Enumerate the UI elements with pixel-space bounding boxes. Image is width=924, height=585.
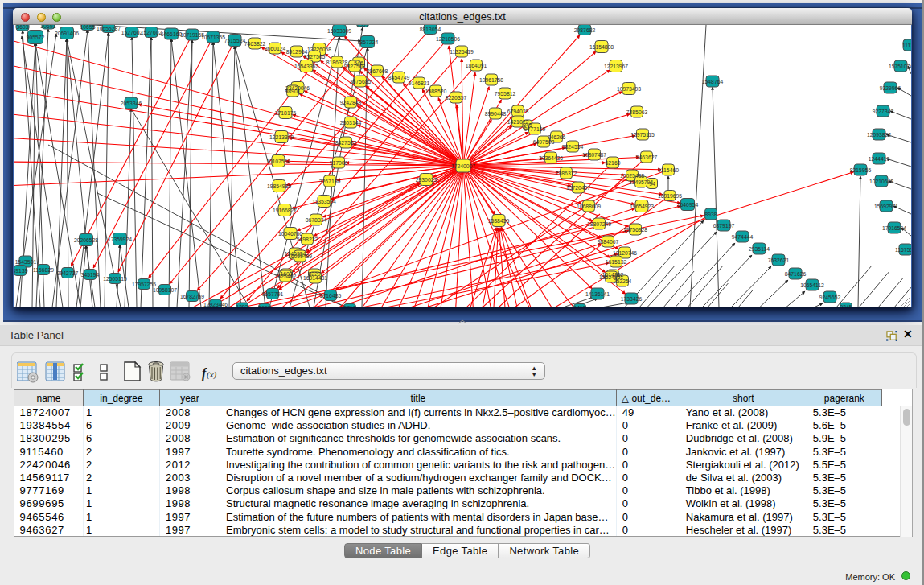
svg-text:12975115: 12975115 — [630, 132, 655, 138]
svg-text:7485063: 7485063 — [626, 109, 648, 115]
svg-text:7463822: 7463822 — [244, 41, 266, 47]
svg-text:12218506: 12218506 — [436, 36, 460, 42]
svg-text:1543501: 1543501 — [15, 259, 37, 265]
svg-text:10120746: 10120746 — [613, 250, 637, 256]
svg-text:1527602: 1527602 — [121, 30, 143, 35]
svg-text:7357: 7357 — [356, 25, 368, 27]
svg-text:11121: 11121 — [902, 43, 911, 48]
svg-text:10961758: 10961758 — [479, 77, 503, 83]
svg-text:16099489: 16099489 — [288, 253, 312, 259]
svg-text:7357224: 7357224 — [357, 39, 379, 45]
svg-text:19654923: 19654923 — [630, 204, 654, 209]
svg-text:252254: 252254 — [614, 278, 632, 284]
svg-text:10655287: 10655287 — [97, 26, 121, 31]
svg-text:12213349: 12213349 — [269, 134, 294, 140]
svg-text:9245: 9245 — [840, 304, 852, 308]
svg-text:15720407: 15720407 — [566, 185, 590, 191]
svg-text:9463627: 9463627 — [636, 154, 658, 160]
svg-text:5716: 5716 — [343, 305, 355, 308]
svg-text:11325419: 11325419 — [450, 49, 474, 55]
svg-text:17359924: 17359924 — [108, 237, 132, 242]
svg-text:16543362: 16543362 — [294, 64, 318, 69]
svg-text:9242848: 9242848 — [340, 100, 362, 105]
svg-text:20691406: 20691406 — [55, 31, 79, 36]
svg-text:2087682: 2087682 — [574, 27, 596, 33]
svg-text:7955812: 7955812 — [495, 91, 516, 97]
svg-text:2803144: 2803144 — [340, 120, 362, 126]
svg-text:3267130: 3267130 — [319, 179, 341, 184]
svg-text:9657: 9657 — [258, 305, 270, 308]
svg-text:2930023: 2930023 — [416, 177, 437, 183]
svg-text:8938: 8938 — [704, 212, 717, 217]
svg-text:11353594: 11353594 — [312, 199, 336, 204]
svg-text:20364436: 20364436 — [539, 155, 563, 161]
svg-text:19756928: 19756928 — [623, 227, 647, 233]
svg-text:9115460: 9115460 — [658, 167, 679, 173]
svg-text:14136141: 14136141 — [585, 291, 610, 297]
svg-text:8990448: 8990448 — [485, 111, 507, 117]
svg-text:9329966: 9329966 — [880, 85, 901, 91]
svg-text:3675685: 3675685 — [350, 79, 372, 84]
svg-text:1864091: 1864091 — [466, 63, 487, 68]
svg-text:10107554: 10107554 — [266, 159, 290, 164]
svg-text:1588520: 1588520 — [425, 89, 447, 94]
svg-text:13226058: 13226058 — [307, 47, 331, 52]
svg-text:8813054: 8813054 — [420, 27, 441, 32]
svg-text:8215955: 8215955 — [850, 167, 872, 173]
svg-text:12093822: 12093822 — [867, 132, 891, 138]
svg-text:9146821: 9146821 — [409, 80, 430, 86]
svg-text:9327508: 9327508 — [344, 64, 366, 69]
svg-text:6879197: 6879197 — [713, 223, 735, 229]
svg-text:17240007: 17240007 — [451, 163, 475, 169]
svg-text:917006: 917006 — [330, 160, 348, 166]
svg-text:5716485: 5716485 — [320, 293, 342, 299]
svg-text:1538455: 1538455 — [488, 218, 510, 224]
svg-text:5498222: 5498222 — [297, 237, 318, 242]
svg-text:6497508: 6497508 — [533, 139, 555, 145]
svg-text:7625402: 7625402 — [275, 274, 297, 279]
svg-text:9474444: 9474444 — [732, 234, 754, 240]
svg-text:1292: 1292 — [236, 304, 248, 308]
svg-text:2718176: 2718176 — [275, 110, 297, 116]
svg-text:19166827: 19166827 — [273, 208, 297, 213]
svg-text:8427552: 8427552 — [335, 140, 357, 146]
svg-text:10973493: 10973493 — [617, 86, 641, 92]
svg-text:9884067: 9884067 — [598, 239, 619, 245]
svg-text:20206528: 20206528 — [74, 237, 98, 243]
svg-text:905572: 905572 — [27, 35, 45, 40]
svg-text:15751074: 15751074 — [889, 64, 911, 69]
svg-text:(x): (x) — [207, 369, 217, 380]
svg-text:1640954: 1640954 — [677, 202, 699, 208]
svg-text:1527602: 1527602 — [141, 30, 162, 35]
svg-text:2053346: 2053346 — [121, 101, 142, 106]
svg-text:10688609: 10688609 — [577, 204, 601, 209]
svg-text:10210643: 10210643 — [869, 179, 893, 184]
svg-text:16919695: 16919695 — [658, 193, 682, 199]
svg-text:1615132: 1615132 — [606, 259, 627, 265]
svg-text:3603: 3603 — [16, 25, 28, 30]
svg-text:9227342: 9227342 — [873, 109, 894, 114]
svg-text:16033809: 16033809 — [327, 28, 351, 34]
svg-text:1156829: 1156829 — [33, 267, 54, 273]
svg-text:8660124: 8660124 — [265, 46, 286, 51]
svg-text:10654112: 10654112 — [800, 282, 824, 288]
svg-text:6466160: 6466160 — [161, 31, 183, 37]
svg-text:39139: 39139 — [14, 268, 28, 274]
svg-text:17957255: 17957255 — [132, 282, 156, 287]
svg-text:2942737: 2942737 — [57, 270, 79, 276]
svg-text:12505115: 12505115 — [103, 276, 127, 282]
svg-text:7632621: 7632621 — [768, 257, 790, 263]
svg-text:1548764: 1548764 — [702, 79, 724, 84]
svg-text:1413: 1413 — [573, 305, 585, 308]
svg-text:10958107: 10958107 — [153, 287, 177, 293]
svg-text:10655: 10655 — [80, 25, 96, 30]
svg-text:345194: 345194 — [81, 272, 100, 278]
svg-text:1167533: 1167533 — [895, 247, 911, 253]
svg-text:9777169: 9777169 — [524, 126, 546, 132]
svg-text:10671355: 10671355 — [201, 35, 225, 40]
svg-text:6794028: 6794028 — [507, 109, 529, 114]
svg-text:17016504: 17016504 — [882, 225, 906, 231]
svg-text:8678334: 8678334 — [306, 217, 327, 223]
svg-text:9657791: 9657791 — [262, 291, 284, 297]
svg-text:8454749: 8454749 — [388, 75, 410, 80]
